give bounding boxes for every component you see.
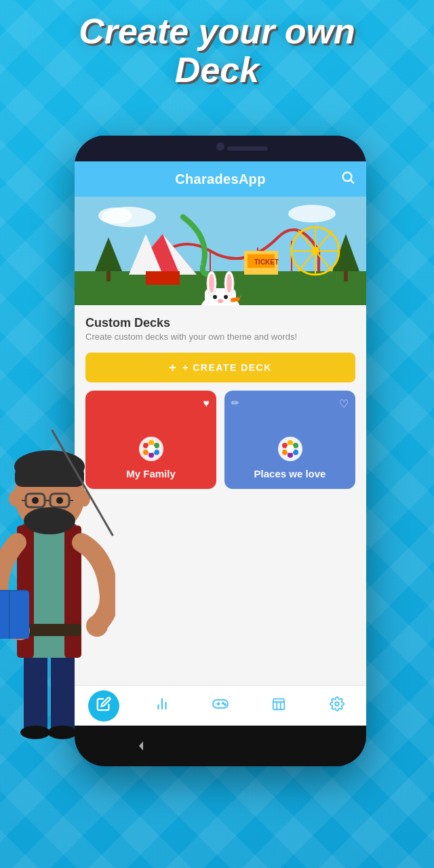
create-deck-label: + CREATE DECK (182, 362, 272, 373)
recent-button[interactable] (292, 738, 308, 754)
svg-point-74 (288, 440, 293, 446)
svg-point-79 (286, 445, 294, 453)
deck-card-my-family-label: My Family (126, 468, 176, 479)
page-title: Create your own Deck (0, 12, 434, 90)
plus-icon: + (169, 361, 177, 375)
svg-text:TICKET: TICKET (254, 258, 279, 266)
store-nav-icon (271, 696, 286, 715)
bunny-mascot (197, 271, 244, 305)
svg-point-22 (56, 497, 63, 504)
svg-point-31 (288, 205, 336, 222)
phone-top-bar (75, 136, 366, 161)
phone-speaker (227, 146, 268, 151)
svg-rect-34 (344, 271, 348, 281)
svg-point-69 (149, 452, 154, 458)
svg-point-61 (224, 295, 228, 299)
palette-icon-my-family (136, 434, 166, 464)
heart-icon-places[interactable]: ♡ (339, 397, 349, 410)
app-banner: TICKET (75, 197, 366, 305)
page-title-container: Create your own Deck (0, 12, 434, 90)
svg-point-59 (226, 274, 232, 293)
create-deck-button[interactable]: + + CREATE DECK (85, 353, 355, 382)
phone-device: CharadesApp (75, 136, 366, 766)
svg-point-57 (209, 274, 214, 293)
deck-card-places-label: Places we love (254, 468, 326, 479)
nav-item-store[interactable] (262, 689, 296, 723)
heart-icon-my-family[interactable]: ♥ (203, 397, 210, 410)
svg-point-23 (24, 507, 75, 534)
app-header: CharadesApp (75, 161, 366, 197)
nav-item-settings[interactable] (320, 689, 354, 723)
svg-point-21 (32, 497, 39, 504)
svg-point-87 (224, 704, 226, 705)
pencil-icon-places: ✏ (231, 397, 239, 408)
back-button[interactable] (133, 738, 149, 754)
svg-point-9 (86, 615, 108, 637)
svg-point-30 (98, 208, 132, 224)
svg-rect-44 (146, 271, 180, 285)
svg-rect-11 (0, 591, 29, 639)
phone-screen: CharadesApp (75, 161, 366, 726)
palette-icon-places (275, 434, 305, 464)
custom-decks-section: Custom Decks Create custom decks with yo… (75, 305, 366, 344)
deck-card-places-we-love[interactable]: ✏ ♡ Places we love (224, 391, 355, 489)
chart-nav-icon (155, 696, 170, 715)
app-header-title: CharadesApp (175, 172, 265, 187)
svg-point-60 (213, 295, 217, 299)
character-illustration (0, 353, 115, 760)
svg-point-90 (335, 702, 339, 706)
nav-item-stats[interactable] (145, 689, 179, 723)
bottom-nav (75, 685, 366, 726)
svg-point-24 (9, 490, 21, 507)
nav-item-game[interactable] (203, 689, 237, 723)
home-button[interactable] (212, 738, 229, 754)
svg-point-62 (218, 299, 223, 303)
svg-rect-36 (106, 271, 111, 281)
phone-camera (216, 142, 224, 151)
search-icon[interactable] (340, 170, 355, 189)
svg-point-3 (47, 726, 77, 739)
phone-bottom-bar (75, 726, 366, 766)
svg-point-71 (147, 445, 155, 453)
custom-decks-subtitle: Create custom decks with your own theme … (85, 332, 355, 342)
gamepad-nav-icon (212, 696, 229, 715)
svg-point-77 (288, 452, 293, 458)
svg-point-86 (222, 703, 224, 704)
custom-decks-title: Custom Decks (85, 316, 355, 330)
decks-grid: ♥ My Family ✏ ♡ (75, 391, 366, 489)
svg-marker-91 (139, 741, 143, 751)
gear-nav-icon (330, 696, 344, 715)
svg-point-66 (149, 440, 154, 446)
svg-line-27 (351, 180, 353, 183)
svg-point-2 (20, 726, 50, 739)
